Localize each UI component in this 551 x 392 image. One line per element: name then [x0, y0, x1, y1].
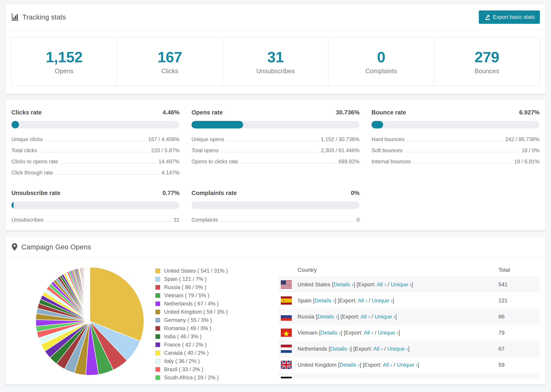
details-link[interactable]: Details › [315, 297, 335, 304]
legend-label: Spain ( 121 / 7% ) [164, 276, 206, 282]
slash-separator: / [376, 378, 380, 378]
rate-title: Bounce rate [372, 109, 406, 116]
stat-value: 31 [267, 49, 284, 66]
legend-item: Italy ( 36 / 2% ) [155, 358, 278, 364]
export-unique-link[interactable]: Unique › [387, 346, 408, 352]
dotted-leader [56, 174, 159, 175]
dotted-leader [226, 141, 318, 141]
slash-separator: / [367, 297, 372, 304]
total-cell: 67 [498, 346, 540, 352]
stat-label: Clicks [161, 68, 178, 75]
detail-value: 19 / 6.81% [514, 159, 540, 165]
legend-label: Canada ( 40 / 2% ) [164, 350, 209, 356]
page-title: Tracking stats [22, 13, 66, 21]
detail-label: Unique opens [191, 136, 224, 142]
rate-title: Unsubscribe rate [11, 189, 60, 196]
detail-value: 689.82% [339, 159, 360, 165]
bar-chart-icon [11, 13, 19, 21]
stat-value: 0 [377, 49, 385, 66]
geo-table: Country Total United States [Details ›] … [278, 262, 540, 385]
bracket-close: ] [399, 329, 400, 336]
export-button-label: Export basic stats [493, 14, 535, 20]
export-basic-stats-button[interactable]: Export basic stats [479, 10, 540, 24]
country-cell: United Kingdom [Details ›] [Export: All … [297, 362, 419, 368]
rate-detail-row: Opens to clicks rate 689.82% [191, 159, 360, 165]
details-link[interactable]: Details › [321, 329, 341, 336]
bracket-close: ] [401, 378, 403, 378]
total-cell: 86 [498, 314, 540, 320]
legend-item: France ( 42 / 2% ) [155, 342, 278, 348]
country-cell: Spain [Details ›] [Export: All › / Uniqu… [297, 297, 394, 304]
dotted-leader [221, 152, 319, 152]
rate-detail-row: Total opens 2,303 / 61.446% [191, 147, 360, 154]
details-link[interactable]: Details › [339, 362, 360, 368]
legend-label: United States ( 541 / 31% ) [164, 268, 228, 274]
rate-progress-bar [11, 121, 179, 128]
rate-progress-fill [11, 202, 14, 209]
country-cell: Germany [Details ›] [Export: All › / Uni… [297, 378, 403, 378]
slash-separator: / [392, 362, 397, 368]
legend-label: South Africa ( 29 / 2% ) [164, 375, 219, 381]
export-all-link[interactable]: All › [366, 378, 376, 378]
country-name: Germany [ [297, 378, 323, 378]
rate-percentage: 30.736% [336, 109, 360, 116]
export-unique-link[interactable]: Unique › [378, 329, 399, 336]
legend-swatch [155, 285, 160, 290]
export-unique-link[interactable]: Unique › [397, 362, 417, 368]
detail-label: Click through rate [11, 170, 53, 176]
slash-separator: / [383, 346, 387, 352]
rate-block: Complaints rate 0% Complaints 0 [191, 189, 360, 223]
detail-label: Opens to clicks rate [191, 159, 238, 165]
legend-label: Germany ( 55 / 3% ) [164, 317, 212, 323]
legend-swatch [155, 301, 160, 306]
details-link[interactable]: Details › [323, 378, 343, 378]
legend-item: Romania ( 49 / 3% ) [155, 325, 278, 331]
rate-percentage: 6.927% [519, 109, 540, 116]
export-label: ] [Export: [341, 329, 364, 336]
rate-block: Unsubscribe rate 0.77% Unsubscribes 31 [11, 189, 179, 223]
export-unique-link[interactable]: Unique › [380, 378, 401, 378]
export-unique-link[interactable]: Unique › [372, 297, 393, 304]
export-all-link[interactable]: All › [377, 281, 386, 287]
details-link[interactable]: Details › [333, 281, 353, 287]
rate-percentage: 4.46% [162, 109, 179, 116]
country-name: Russia [ [297, 314, 318, 320]
details-link[interactable]: Details › [318, 314, 338, 320]
country-cell: Vietnam [Details ›] [Export: All › / Uni… [297, 329, 400, 336]
rate-title: Opens rate [191, 109, 223, 116]
legend-item: United States ( 541 / 31% ) [155, 268, 278, 274]
country-name: United Kingdom [ [297, 362, 339, 368]
legend-label: Vietnam ( 79 / 5% ) [164, 293, 209, 299]
summary-stats-box: 1,152 Opens 167 Clicks 31 Unsubscribes 0… [11, 37, 540, 86]
dashboard-page: Tracking stats Export basic stats 1,152 … [0, 0, 551, 392]
map-pin-icon [11, 243, 18, 251]
legend-swatch [155, 342, 160, 347]
detail-label: Hard bounces [372, 136, 404, 142]
detail-label: Complaints [191, 217, 218, 223]
export-unique-link[interactable]: Unique › [374, 314, 395, 320]
stat-cell: 0 Complaints [329, 37, 434, 86]
export-all-link[interactable]: All › [358, 297, 367, 304]
export-all-link[interactable]: All › [360, 314, 370, 320]
rate-detail-row: Total clicks 220 / 5.87% [11, 147, 179, 154]
details-link[interactable]: Details › [330, 346, 350, 352]
legend-item: Brazil ( 33 / 2% ) [155, 366, 278, 372]
stat-cell: 167 Clicks [117, 37, 223, 86]
rate-detail-row: Unsubscribes 31 [11, 217, 179, 223]
bracket-close: ] [411, 281, 413, 287]
stat-value: 1,152 [46, 49, 83, 66]
dotted-leader [60, 163, 156, 163]
detail-value: 242 / 86.738% [505, 136, 540, 142]
legend-swatch [155, 309, 160, 315]
legend-label: France ( 42 / 2% ) [164, 342, 206, 348]
rate-detail-row: Clicks to opens rate 14.497% [11, 159, 179, 165]
export-all-link[interactable]: All › [373, 346, 383, 352]
detail-label: Total opens [191, 147, 219, 154]
export-all-link[interactable]: All › [383, 362, 392, 368]
export-all-link[interactable]: All › [364, 329, 373, 336]
detail-label: Unsubscribes [11, 217, 44, 223]
export-unique-link[interactable]: Unique › [391, 281, 411, 287]
geo-table-row: Spain [Details ›] [Export: All › / Uniqu… [278, 293, 540, 308]
legend-swatch [155, 326, 160, 331]
rate-title: Complaints rate [191, 189, 237, 196]
